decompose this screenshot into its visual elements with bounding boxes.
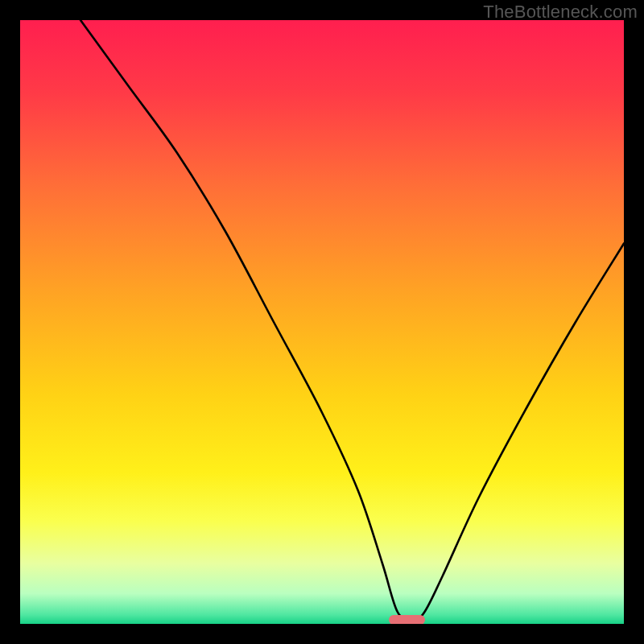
bottleneck-curve — [20, 20, 624, 624]
optimal-marker — [389, 615, 425, 624]
plot-area — [20, 20, 624, 624]
chart-frame: TheBottleneck.com — [0, 0, 644, 644]
watermark-text: TheBottleneck.com — [483, 2, 638, 23]
